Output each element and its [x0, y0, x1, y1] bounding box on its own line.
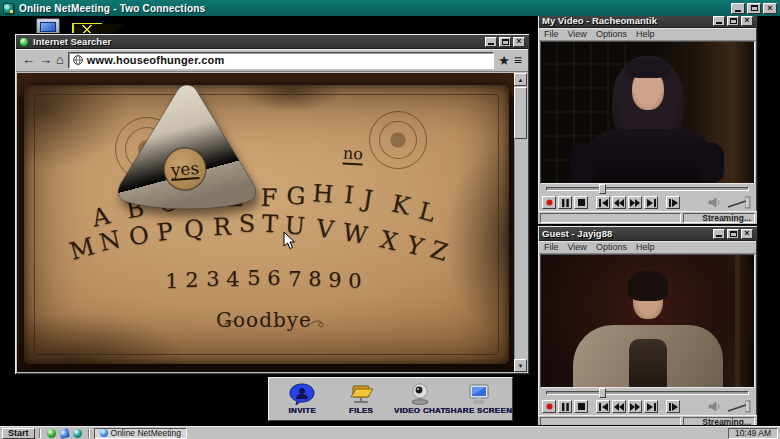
stop-button[interactable]	[574, 196, 588, 209]
browser-window: Internet Searcher × ← → ⌂ www.houseofhun…	[14, 33, 530, 375]
menu-view[interactable]: View	[568, 29, 587, 39]
video-chat-button[interactable]: VIDEO CHAT	[391, 383, 449, 415]
netmeeting-task-label: Online NetMeeting	[111, 428, 181, 438]
skip-end-button[interactable]	[644, 196, 658, 209]
board-letter: 3	[206, 267, 219, 291]
menu-options[interactable]: Options	[596, 29, 627, 39]
netmeeting-task-icon	[100, 429, 108, 437]
invite-button[interactable]: INVITE	[273, 383, 331, 415]
woman-portrait	[541, 42, 754, 183]
guest-video-seek-thumb[interactable]	[599, 388, 606, 398]
board-letter: W	[340, 218, 369, 250]
board-letter: 7	[288, 267, 301, 291]
record-button[interactable]	[542, 196, 556, 209]
guest-video-titlebar[interactable]: Guest - Jayig88 ×	[539, 227, 756, 241]
close-button[interactable]: ×	[763, 3, 777, 14]
browser-globe-icon	[19, 37, 29, 47]
invite-chat-icon	[288, 383, 316, 405]
fast-forward-button[interactable]	[628, 196, 642, 209]
menu-file[interactable]: File	[544, 29, 559, 39]
my-video-close-button[interactable]: ×	[741, 16, 753, 26]
pause-button[interactable]	[558, 400, 572, 413]
rewind-button[interactable]	[612, 400, 626, 413]
menu-file[interactable]: File	[544, 242, 559, 252]
share-screen-button[interactable]: SHARE SCREEN	[450, 383, 508, 415]
board-letter: H	[312, 179, 335, 208]
menu-help[interactable]: Help	[636, 29, 655, 39]
netmeeting-titlebar: Online NetMeeting - Two Connections ×	[0, 0, 780, 16]
guest-video-maximize-button[interactable]	[727, 229, 739, 239]
volume-slider[interactable]	[727, 196, 753, 209]
board-word-yes: yes	[170, 160, 200, 181]
maximize-button[interactable]	[747, 3, 761, 14]
back-icon[interactable]: ←	[22, 54, 35, 66]
quick-launch-globe-icon[interactable]	[47, 429, 56, 438]
my-video-maximize-button[interactable]	[727, 16, 739, 26]
my-video-controls	[538, 194, 757, 211]
browser-toolbar: ← → ⌂ www.houseofhunger.com ★ ≡	[16, 49, 528, 72]
hamburger-menu-icon[interactable]: ≡	[514, 52, 522, 68]
files-button[interactable]: FILES	[332, 383, 390, 415]
scroll-up-icon[interactable]: ▲	[514, 73, 527, 86]
board-letter: 8	[308, 267, 321, 291]
browser-minimize-button[interactable]	[485, 37, 497, 47]
minimize-button[interactable]	[731, 3, 745, 14]
bookmark-star-icon[interactable]: ★	[498, 53, 510, 68]
guest-video-seek-slider[interactable]	[538, 388, 757, 398]
speaker-icon[interactable]	[708, 401, 722, 412]
menu-view[interactable]: View	[568, 242, 587, 252]
pause-button[interactable]	[558, 196, 572, 209]
netmeeting-icon	[3, 3, 14, 14]
scroll-down-icon[interactable]: ▼	[514, 359, 527, 372]
my-video-minimize-button[interactable]	[713, 16, 725, 26]
fast-forward-button[interactable]	[628, 400, 642, 413]
board-letter: P	[155, 217, 174, 247]
step-button[interactable]	[666, 400, 680, 413]
board-letter: 4	[226, 267, 239, 291]
start-button[interactable]: Start	[2, 428, 35, 439]
guest-video-minimize-button[interactable]	[713, 229, 725, 239]
taskbar-separator	[39, 429, 41, 438]
home-icon[interactable]: ⌂	[56, 54, 64, 66]
my-video-feed	[540, 41, 755, 184]
board-letter: 0	[348, 269, 361, 293]
guest-video-controls	[538, 398, 757, 415]
browser-close-button[interactable]: ×	[513, 37, 525, 47]
browser-titlebar[interactable]: Internet Searcher ×	[16, 35, 528, 49]
mouse-cursor	[283, 231, 296, 250]
guest-video-feed	[540, 254, 755, 388]
video-chat-webcam-icon	[406, 383, 434, 405]
url-bar[interactable]: www.houseofhunger.com	[68, 52, 494, 69]
stop-button[interactable]	[574, 400, 588, 413]
netmeeting-task-button[interactable]: Online NetMeeting	[94, 428, 187, 439]
volume-slider[interactable]	[727, 400, 753, 413]
quick-launch-browser-icon[interactable]	[59, 428, 70, 439]
browser-maximize-button[interactable]	[499, 37, 511, 47]
menu-help[interactable]: Help	[636, 242, 655, 252]
my-video-seek-thumb[interactable]	[599, 184, 606, 194]
my-video-titlebar[interactable]: My Video - Racheomantik ×	[539, 14, 756, 28]
board-letter: O	[127, 221, 151, 252]
skip-start-button[interactable]	[596, 400, 610, 413]
forward-icon[interactable]: →	[39, 54, 52, 66]
browser-scrollbar[interactable]: ▲ ▼	[514, 73, 527, 372]
system-tray-clock[interactable]: 10:49 AM	[728, 428, 778, 439]
taskbar-separator	[88, 429, 90, 438]
skip-start-button[interactable]	[596, 196, 610, 209]
browser-title: Internet Searcher	[33, 36, 111, 47]
my-video-menubar: File View Options Help	[539, 28, 756, 41]
rewind-button[interactable]	[612, 196, 626, 209]
url-text[interactable]: www.houseofhunger.com	[87, 54, 225, 66]
quick-launch-netmeeting-icon[interactable]	[73, 429, 82, 438]
record-button[interactable]	[542, 400, 556, 413]
board-letter: V	[315, 214, 336, 244]
speaker-icon[interactable]	[708, 197, 722, 208]
menu-options[interactable]: Options	[596, 242, 627, 252]
planchette[interactable]	[105, 79, 269, 215]
board-letter: R	[212, 213, 231, 242]
skip-end-button[interactable]	[644, 400, 658, 413]
my-video-seek-slider[interactable]	[538, 184, 757, 194]
scrollbar-thumb[interactable]	[514, 87, 527, 139]
guest-video-close-button[interactable]: ×	[741, 229, 753, 239]
step-button[interactable]	[666, 196, 680, 209]
